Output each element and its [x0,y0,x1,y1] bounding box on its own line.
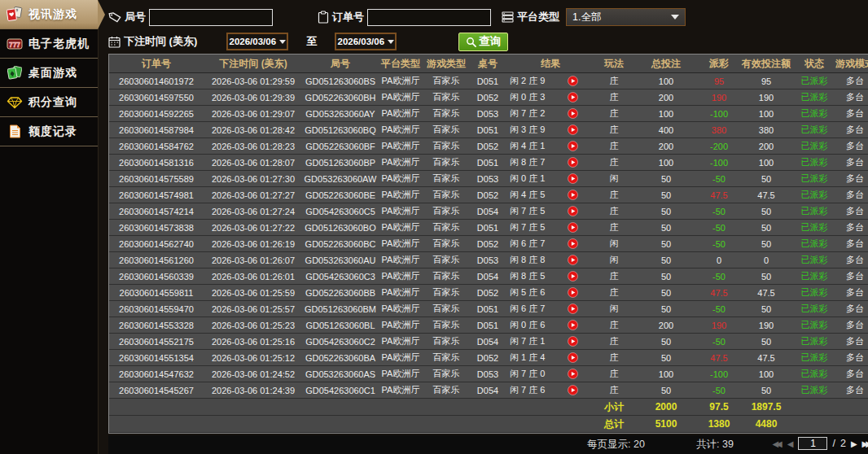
cell-status: 已派彩 [793,384,835,396]
replay-video-icon[interactable] [568,303,578,314]
first-page-icon[interactable]: ◀◀ [772,439,782,448]
cell-play-type: 闲 [594,303,633,315]
cell-total-bet: 50 [633,288,699,298]
date-from-picker[interactable]: 2026/03/06 [226,33,288,50]
prev-page-icon[interactable]: ◀ [787,439,794,448]
sidebar-item-points-query[interactable]: 积分查询 [0,88,98,117]
cell-valid-bet: 50 [739,174,793,184]
search-button[interactable]: 查询 [458,33,508,51]
replay-video-icon[interactable] [568,157,578,168]
cell-status: 已派彩 [793,319,835,331]
replay-video-icon[interactable] [568,206,578,216]
replay-video-icon[interactable] [568,238,578,249]
result-text: 闲 0 庄 1 [510,172,545,185]
last-page-icon[interactable]: ▶▶ [862,439,868,448]
cell-platform: PA欧洲厅 [378,238,423,250]
cell-platform: PA欧洲厅 [378,140,423,152]
table-row: 2603060145533282026-03-06 01:25:23GD0512… [109,317,868,334]
result-text: 闲 1 庄 4 [510,351,545,364]
cell-game-mode: 多台 [835,221,868,234]
replay-video-icon[interactable] [568,385,578,395]
cell-status: 已派彩 [793,270,835,282]
cell-status: 已派彩 [793,335,835,347]
cell-game-type: 百家乐 [423,189,469,201]
cell-platform: PA欧洲厅 [378,368,423,380]
replay-video-icon[interactable] [568,287,578,298]
table-header-row: 订单号 下注时间 (美东) 局号 平台类型 游戏类型 桌号 结果 玩法 总投注 … [109,55,868,73]
main-content: 局号 订单号 平台类型 1.全部 [99,0,868,454]
table-row: 2603060145627402026-03-06 01:26:19GD0522… [109,236,868,252]
cell-round-number: GD051263060BO [303,223,378,233]
search-button-label: 查询 [479,34,501,49]
replay-video-icon[interactable] [568,141,578,151]
cell-table-number: D054 [469,337,506,347]
sidebar-item-video-games[interactable]: 9视讯游戏 [0,0,98,29]
replay-video-icon[interactable] [568,352,578,363]
cell-valid-bet: 50 [739,272,793,282]
table-row: 2603060145975502026-03-06 01:29:39GD0522… [109,89,868,106]
cell-play-type: 庄 [594,205,633,217]
cell-valid-bet: 0 [739,255,793,265]
replay-video-icon[interactable] [568,76,578,86]
cell-valid-bet: 380 [739,125,793,135]
replay-video-icon[interactable] [568,271,578,282]
cell-order-number: 260306014597550 [109,93,204,103]
cell-game-mode: 多台 [835,189,868,201]
replay-video-icon[interactable] [568,336,578,347]
cell-status: 已派彩 [793,156,835,168]
cell-status: 已派彩 [793,140,835,152]
sidebar-item-table-games[interactable]: 桌面游戏 [0,59,98,88]
cell-valid-bet: 100 [739,109,793,119]
sidebar-item-slots[interactable]: 777电子老虎机 [0,29,98,59]
cell-valid-bet: 50 [739,223,793,233]
round-number-input[interactable] [149,9,273,26]
cell-valid-bet: 47.5 [739,353,793,363]
next-page-icon[interactable]: ▶ [851,439,857,448]
col-header-time: 下注时间 (美东) [204,57,303,71]
replay-video-icon[interactable] [568,108,578,119]
replay-video-icon[interactable] [568,369,578,379]
cell-bet-time: 2026-03-06 01:25:12 [204,353,303,363]
gem-icon [7,95,23,110]
cell-payout: -50 [699,304,739,314]
replay-video-icon[interactable] [568,255,578,265]
cell-round-number: GD052263060BF [303,142,378,151]
cell-payout: -50 [699,386,739,395]
cell-result: 闲 0 庄 1 [506,172,594,185]
order-number-input[interactable] [367,9,491,26]
replay-video-icon[interactable] [568,320,578,330]
replay-video-icon[interactable] [568,173,578,184]
cell-payout: -50 [699,337,739,347]
filter-row-1: 局号 订单号 平台类型 1.全部 [108,7,868,28]
cell-bet-time: 2026-03-06 01:26:01 [204,272,303,282]
cell-valid-bet: 100 [739,369,793,379]
calendar-icon [108,36,121,48]
cell-order-number: 260306014601972 [109,76,204,86]
replay-video-icon[interactable] [568,190,578,200]
cell-bet-time: 2026-03-06 01:24:52 [204,369,303,379]
total-count-label: 共计: 39 [696,438,734,452]
table-row: 2603060145879842026-03-06 01:28:42GD0512… [109,122,868,138]
result-text: 闲 5 庄 6 [510,286,545,299]
cell-result: 闲 8 庄 7 [506,156,594,168]
replay-video-icon[interactable] [568,92,578,103]
replay-video-icon[interactable] [568,222,578,233]
page-number-input[interactable] [798,437,827,450]
cell-game-type: 百家乐 [423,75,469,87]
cell-total-bet: 200 [633,142,699,151]
cell-table-number: D051 [469,125,506,135]
cell-table-number: D051 [469,304,506,314]
cell-valid-bet: 190 [739,321,793,330]
cell-game-type: 百家乐 [423,107,469,120]
cell-game-mode: 多台 [835,91,868,103]
sidebar-item-quota-records[interactable]: 额度记录 [0,117,98,146]
cell-status: 已派彩 [793,254,835,266]
date-to-picker[interactable]: 2026/03/06 [335,33,397,50]
cell-valid-bet: 200 [739,142,793,151]
platform-type-dropdown[interactable]: 1.全部 [566,8,686,26]
total-pages: 2 [840,438,846,449]
table-row: 2603060145521752026-03-06 01:25:16GD0542… [109,334,868,350]
cell-result: 闲 7 庄 6 [506,384,594,396]
replay-video-icon[interactable] [568,124,578,135]
col-header-play: 玩法 [594,57,633,71]
